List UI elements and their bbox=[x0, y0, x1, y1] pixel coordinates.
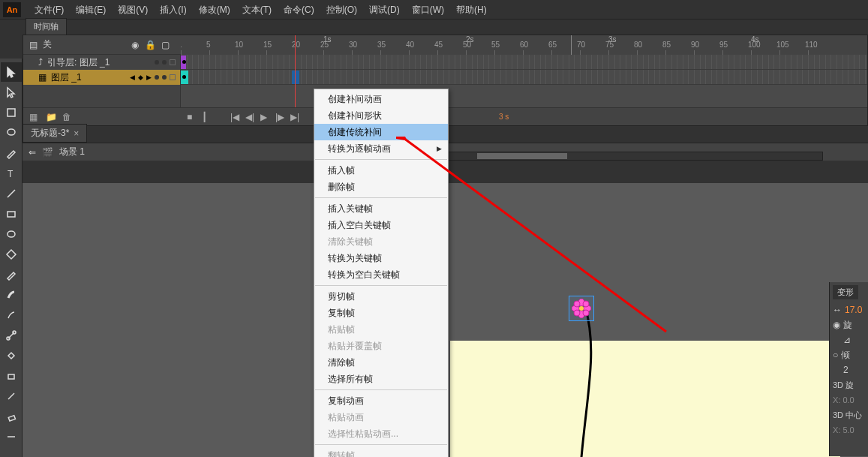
menu-window[interactable]: 窗口(W) bbox=[406, 0, 450, 20]
paint-brush-tool[interactable] bbox=[1, 305, 22, 325]
kf-dot[interactable] bbox=[182, 75, 186, 79]
context-menu-item[interactable]: 转换为空白关键帧 bbox=[314, 266, 448, 283]
paint-bucket-tool[interactable] bbox=[1, 346, 22, 365]
context-menu-item[interactable]: 清除帧 bbox=[314, 354, 448, 371]
free-transform-tool[interactable] bbox=[1, 103, 22, 122]
context-menu-item[interactable]: 删除帧 bbox=[314, 179, 448, 195]
last-frame-icon[interactable]: ▶| bbox=[290, 112, 301, 122]
selected-symbol[interactable] bbox=[569, 296, 594, 321]
menu-debug[interactable]: 调试(D) bbox=[363, 0, 406, 20]
subselection-tool[interactable] bbox=[1, 83, 22, 102]
menu-view[interactable]: 视图(V) bbox=[112, 0, 154, 20]
svg-rect-9 bbox=[8, 374, 14, 379]
context-menu-item[interactable]: 创建传统补间 bbox=[314, 124, 448, 140]
eraser-tool[interactable] bbox=[1, 407, 22, 426]
kf-dot[interactable] bbox=[182, 60, 186, 64]
menu-insert[interactable]: 插入(I) bbox=[154, 0, 192, 20]
menu-help[interactable]: 帮助(H) bbox=[450, 0, 493, 20]
radio-rotate[interactable]: ◉ bbox=[833, 320, 840, 330]
context-menu-item[interactable]: 剪切帧 bbox=[314, 288, 448, 305]
back-icon[interactable]: ⇐ bbox=[29, 147, 36, 158]
timeline-ruler[interactable]: 1s 2s 3s 4s 1510152025303540455055606570… bbox=[181, 35, 867, 55]
pencil-tool[interactable] bbox=[1, 265, 22, 284]
selection-tool[interactable] bbox=[1, 62, 22, 82]
outline-sq[interactable] bbox=[170, 74, 176, 80]
skew-value: 2 bbox=[843, 365, 848, 375]
frame-row-guide[interactable] bbox=[181, 55, 867, 70]
layer-selected[interactable]: ▦ 图层 _1 ◀ ◆ ▶ bbox=[23, 70, 180, 85]
bone-tool[interactable] bbox=[1, 326, 22, 345]
svg-line-3 bbox=[8, 190, 15, 197]
playhead[interactable] bbox=[295, 35, 296, 55]
context-menu-item[interactable]: 转换为关键帧 bbox=[314, 250, 448, 266]
layer-guide[interactable]: ⤴ 引导层: 图层 _1 bbox=[23, 55, 180, 70]
context-menu-item[interactable]: 转换为逐帧动画 bbox=[314, 140, 448, 157]
arrow-right-icon[interactable]: ▶ bbox=[146, 74, 152, 81]
brush-tool[interactable] bbox=[1, 285, 22, 305]
doc-tab-label: 无标题-3* bbox=[31, 127, 69, 140]
doc-tab[interactable]: 无标题-3* × bbox=[23, 124, 87, 143]
context-menu-item[interactable]: 复制帧 bbox=[314, 305, 448, 321]
context-menu-item[interactable]: 创建补间动画 bbox=[314, 91, 448, 107]
context-menu-item[interactable]: 插入帧 bbox=[314, 162, 448, 179]
play-icon[interactable]: ▶ bbox=[260, 112, 271, 122]
camera-icon[interactable]: ■ bbox=[187, 112, 197, 122]
vis-dot[interactable] bbox=[155, 75, 159, 80]
lock-dot[interactable] bbox=[162, 60, 167, 65]
vis-dot[interactable] bbox=[155, 60, 159, 65]
frame-row-layer1[interactable] bbox=[181, 70, 867, 85]
radio-skew[interactable]: ○ bbox=[833, 350, 838, 360]
context-menu-item[interactable]: 创建补间形状 bbox=[314, 107, 448, 124]
center-icon[interactable]: ┃ bbox=[202, 112, 212, 122]
width-tool[interactable] bbox=[1, 427, 22, 446]
first-frame-icon[interactable]: |◀ bbox=[230, 112, 241, 122]
context-menu-item[interactable]: 选择所有帧 bbox=[314, 371, 448, 387]
lock-dot[interactable] bbox=[162, 75, 167, 80]
oval-tool[interactable] bbox=[1, 224, 22, 244]
new-folder-icon[interactable]: 📁 bbox=[46, 112, 56, 122]
playhead-line[interactable] bbox=[295, 55, 296, 107]
menu-file[interactable]: 文件(F) bbox=[29, 0, 70, 20]
eye-icon[interactable]: ◉ bbox=[130, 40, 140, 50]
context-menu-item[interactable]: 插入关键帧 bbox=[314, 200, 448, 217]
prev-frame-icon[interactable]: ◀| bbox=[245, 112, 256, 122]
lock-icon[interactable]: 🔒 bbox=[145, 40, 155, 50]
arrow-left-icon[interactable]: ◀ bbox=[130, 74, 135, 81]
polystar-tool[interactable] bbox=[1, 245, 22, 264]
delete-layer-icon[interactable]: 🗑 bbox=[62, 112, 73, 122]
layers-column: ⤴ 引导层: 图层 _1 ▦ 图层 _1 ◀ ◆ ▶ bbox=[23, 55, 181, 107]
context-menu-item[interactable]: 复制动画 bbox=[314, 392, 448, 409]
line-tool[interactable] bbox=[1, 184, 22, 203]
outline-icon[interactable]: ▢ bbox=[160, 40, 170, 50]
lasso-tool[interactable] bbox=[1, 123, 22, 143]
rotate-label: 旋 bbox=[843, 319, 852, 332]
new-layer-icon[interactable]: ▦ bbox=[29, 112, 40, 122]
transform-tab[interactable]: 变形 bbox=[833, 285, 858, 299]
diamond-icon[interactable]: ◆ bbox=[138, 74, 143, 81]
menu-control[interactable]: 控制(O) bbox=[320, 0, 363, 20]
svg-point-17 bbox=[574, 310, 580, 316]
timeline-scrollbar[interactable] bbox=[446, 152, 823, 161]
menu-commands[interactable]: 命令(C) bbox=[278, 0, 320, 20]
menu-edit[interactable]: 编辑(E) bbox=[70, 0, 112, 20]
app-logo: An bbox=[3, 2, 21, 17]
selected-frame[interactable] bbox=[292, 71, 299, 84]
rectangle-tool[interactable] bbox=[1, 204, 22, 224]
menu-modify[interactable]: 修改(M) bbox=[193, 0, 236, 20]
timeline-tab[interactable]: 时间轴 bbox=[26, 18, 67, 35]
layer-name: 图层 _1 bbox=[51, 71, 82, 84]
svg-point-16 bbox=[583, 310, 589, 316]
pen-tool[interactable] bbox=[1, 143, 22, 163]
menu-text[interactable]: 文本(T) bbox=[236, 0, 278, 20]
eyedropper-tool[interactable] bbox=[1, 386, 22, 406]
text-tool[interactable]: T bbox=[1, 164, 22, 183]
close-icon[interactable]: × bbox=[74, 128, 79, 139]
ink-bottle-tool[interactable] bbox=[1, 366, 22, 386]
next-frame-icon[interactable]: |▶ bbox=[275, 112, 286, 122]
outline-sq[interactable] bbox=[170, 59, 176, 65]
context-menu-item[interactable]: 插入空白关键帧 bbox=[314, 217, 448, 233]
scene-label[interactable]: 场景 1 bbox=[59, 146, 85, 158]
rot3d-label: 3D 旋 bbox=[833, 377, 865, 392]
frames-column[interactable] bbox=[181, 55, 867, 107]
width-value[interactable]: 17.0 bbox=[845, 305, 862, 315]
